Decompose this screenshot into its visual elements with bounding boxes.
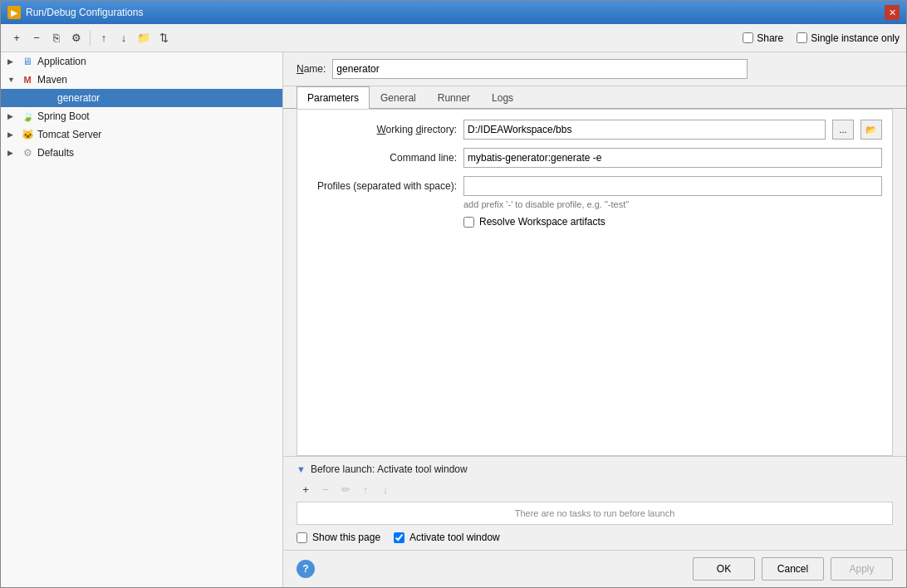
- sidebar-item-tomcat[interactable]: ▶ 🐱 Tomcat Server: [1, 125, 282, 144]
- defaults-expand: ▶: [7, 149, 21, 157]
- tabs-container: Parameters General Runner Logs: [283, 86, 906, 109]
- tomcat-label: Tomcat Server: [37, 129, 101, 140]
- share-checkbox[interactable]: [743, 32, 753, 43]
- apply-button[interactable]: Apply: [831, 557, 893, 581]
- profiles-label: Profiles (separated with space):: [307, 180, 457, 192]
- bl-down-button[interactable]: ↓: [376, 480, 395, 498]
- config-panel: Name: Parameters General Runner Logs Wor…: [283, 52, 906, 587]
- move-down-button[interactable]: ↓: [115, 29, 133, 47]
- bottom-section: ▼ Before launch: Activate tool window + …: [283, 456, 906, 550]
- working-directory-row: Working directory: ... 📂: [307, 120, 882, 140]
- no-tasks-label: There are no tasks to run before launch: [515, 508, 675, 518]
- browse-button[interactable]: ...: [832, 120, 854, 140]
- title-bar: ▶ Run/Debug Configurations ✕: [1, 1, 906, 24]
- sidebar-item-defaults[interactable]: ▶ ⚙ Defaults: [1, 144, 282, 162]
- toolbar: + − ⎘ ⚙ ↑ ↓ 📁 ⇅ Share: [1, 24, 906, 52]
- resolve-checkbox-row: Resolve Workspace artifacts: [463, 216, 882, 228]
- defaults-label: Defaults: [37, 147, 74, 159]
- tomcat-icon: 🐱: [21, 128, 34, 141]
- command-line-row: Command line:: [307, 148, 882, 168]
- copy-icon: ⎘: [53, 32, 60, 44]
- help-button[interactable]: ?: [297, 560, 315, 578]
- activate-tool-label: Activate tool window: [409, 532, 500, 543]
- ok-button[interactable]: OK: [693, 557, 755, 581]
- name-field-label: Name:: [297, 63, 326, 75]
- before-launch-toolbar: + − ✏ ↑ ↓: [297, 480, 893, 498]
- name-row: Name:: [283, 52, 906, 86]
- activate-tool-option[interactable]: Activate tool window: [394, 532, 500, 543]
- tab-parameters[interactable]: Parameters: [297, 86, 370, 109]
- working-directory-input[interactable]: [463, 120, 826, 140]
- expand-icon: ▶: [7, 57, 21, 66]
- cancel-button[interactable]: Cancel: [762, 557, 824, 581]
- resolve-label[interactable]: Resolve Workspace artifacts: [479, 216, 605, 228]
- toolbar-sep-1: [90, 31, 91, 46]
- sidebar-item-maven[interactable]: ▼ M Maven: [1, 71, 282, 89]
- window-title: Run/Debug Configurations: [26, 7, 143, 18]
- sidebar-item-generator[interactable]: ⚙ generator: [1, 89, 282, 107]
- bl-edit-button[interactable]: ✏: [336, 480, 355, 498]
- single-instance-checkbox[interactable]: [797, 32, 807, 43]
- before-launch-toggle[interactable]: ▼: [297, 464, 306, 474]
- bl-remove-button[interactable]: −: [316, 480, 335, 498]
- profiles-row: Profiles (separated with space):: [307, 176, 882, 196]
- spring-expand: ▶: [7, 112, 21, 120]
- bottom-options: Show this page Activate tool window: [297, 532, 893, 543]
- sidebar: ▶ 🖥 Application ▼ M Maven ⚙ generator ▶ …: [1, 52, 283, 587]
- defaults-icon: ⚙: [21, 146, 34, 159]
- application-label: Application: [37, 56, 86, 67]
- sidebar-item-application[interactable]: ▶ 🖥 Application: [1, 52, 282, 71]
- parameters-panel: Working directory: ... 📂 Command line:: [297, 109, 893, 456]
- header-options: Share Single instance only: [743, 32, 900, 44]
- settings-icon: ⚙: [71, 32, 81, 44]
- tab-logs[interactable]: Logs: [481, 86, 524, 109]
- copy-config-button[interactable]: ⎘: [47, 29, 66, 47]
- maven-expand-icon: ▼: [7, 76, 21, 84]
- folder-browse-button[interactable]: 📂: [860, 120, 882, 140]
- title-bar-left: ▶ Run/Debug Configurations: [7, 6, 143, 19]
- show-page-option[interactable]: Show this page: [297, 532, 380, 543]
- profiles-hint: add prefix '-' to disable profile, e.g. …: [463, 199, 882, 209]
- spring-boot-label: Spring Boot: [37, 110, 90, 122]
- before-launch-list: There are no tasks to run before launch: [297, 502, 893, 525]
- activate-tool-checkbox[interactable]: [394, 532, 404, 543]
- share-option[interactable]: Share: [743, 32, 783, 44]
- main-content: ▶ 🖥 Application ▼ M Maven ⚙ generator ▶ …: [1, 52, 906, 587]
- spring-icon: 🍃: [21, 110, 34, 123]
- down-icon: ↓: [121, 32, 127, 44]
- sidebar-item-spring-boot[interactable]: ▶ 🍃 Spring Boot: [1, 107, 282, 125]
- command-line-input[interactable]: [463, 148, 882, 168]
- show-page-label: Show this page: [312, 532, 380, 543]
- command-line-label: Command line:: [307, 152, 457, 164]
- application-icon: 🖥: [21, 55, 34, 68]
- add-config-button[interactable]: +: [7, 29, 26, 47]
- working-directory-label: Working directory:: [307, 124, 457, 135]
- remove-config-button[interactable]: −: [27, 29, 46, 47]
- bl-up-button[interactable]: ↑: [356, 480, 375, 498]
- tomcat-expand: ▶: [7, 130, 21, 139]
- add-icon: +: [13, 32, 20, 44]
- folder-icon: 📁: [137, 32, 150, 44]
- before-launch-header: ▼ Before launch: Activate tool window: [297, 463, 893, 475]
- resolve-checkbox[interactable]: [463, 217, 474, 228]
- move-up-button[interactable]: ↑: [95, 29, 113, 47]
- remove-icon: −: [33, 32, 40, 44]
- name-input[interactable]: [332, 59, 748, 79]
- maven-label: Maven: [37, 74, 67, 86]
- bl-add-button[interactable]: +: [297, 480, 315, 498]
- close-button[interactable]: ✕: [885, 5, 900, 20]
- sort-button[interactable]: ⇅: [154, 29, 173, 47]
- maven-icon: M: [21, 73, 34, 86]
- tab-general[interactable]: General: [370, 86, 427, 109]
- window-icon: ▶: [7, 6, 21, 19]
- up-icon: ↑: [101, 32, 107, 44]
- profiles-input[interactable]: [463, 176, 882, 196]
- before-launch-label: Before launch: Activate tool window: [311, 463, 468, 475]
- tab-runner[interactable]: Runner: [427, 86, 481, 109]
- show-page-checkbox[interactable]: [297, 532, 307, 543]
- single-instance-option[interactable]: Single instance only: [797, 32, 900, 44]
- folder-button[interactable]: 📁: [135, 29, 153, 47]
- generator-label: generator: [57, 92, 100, 104]
- dialog-buttons: ? OK Cancel Apply: [283, 550, 906, 587]
- settings-button[interactable]: ⚙: [67, 29, 86, 47]
